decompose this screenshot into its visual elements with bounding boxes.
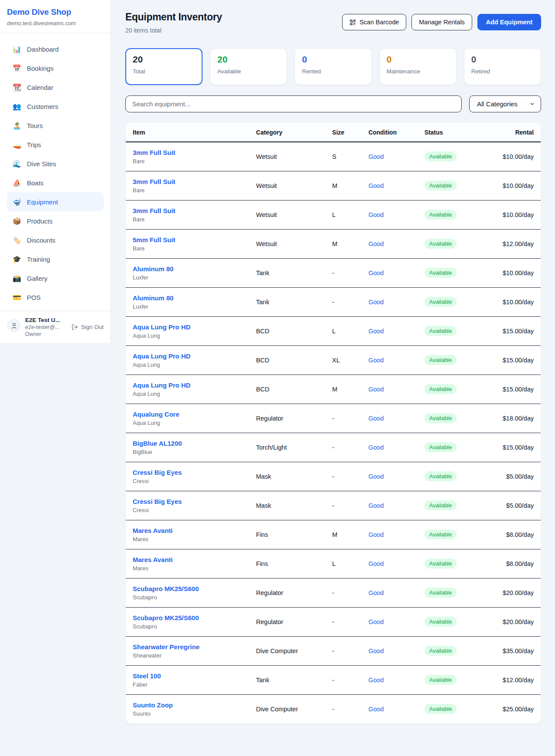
cell-status: Available — [418, 636, 496, 665]
cell-size: - — [325, 462, 362, 491]
sidebar: Demo Dive Shop demo.test.divestreams.com… — [0, 0, 111, 343]
cell-rental: $15.00/day — [496, 375, 541, 404]
item-brand: Bare — [133, 216, 242, 223]
condition-link[interactable]: Good — [369, 618, 384, 625]
item-link[interactable]: 3mm Full Suit — [133, 207, 242, 214]
condition-link[interactable]: Good — [369, 357, 384, 364]
cell-status: Available — [418, 549, 496, 578]
sidebar-item-dashboard[interactable]: 📊Dashboard — [7, 39, 104, 59]
cell-condition: Good — [362, 491, 418, 520]
cell-item: Aqua Lung Pro HDAqua Lung — [126, 316, 249, 345]
item-link[interactable]: Aqua Lung Pro HD — [133, 352, 242, 360]
search-input[interactable] — [125, 95, 462, 112]
item-link[interactable]: Aluminum 80 — [133, 265, 242, 273]
table-row: Scubapro MK25/S600ScubaproRegulator-Good… — [126, 607, 541, 636]
condition-link[interactable]: Good — [369, 240, 384, 247]
cell-item: Cressi Big EyesCressi — [126, 491, 249, 520]
sidebar-item-label: Training — [27, 256, 50, 263]
brand-name[interactable]: Demo Dive Shop — [7, 7, 104, 17]
condition-link[interactable]: Good — [369, 299, 384, 306]
item-link[interactable]: Steel 100 — [133, 672, 242, 680]
item-link[interactable]: Aqualung Core — [133, 411, 242, 418]
sidebar-item-dive-sites[interactable]: 🌊Dive Sites — [7, 154, 104, 173]
manage-rentals-button[interactable]: Manage Rentals — [411, 14, 472, 30]
item-link[interactable]: Aqua Lung Pro HD — [133, 323, 242, 331]
stat-card-rented[interactable]: 0Rented — [294, 48, 372, 85]
condition-link[interactable]: Good — [369, 531, 384, 538]
equipment-table: Item Category Size Condition Status Rent… — [126, 123, 541, 723]
cell-status: Available — [418, 578, 496, 607]
sign-out-button[interactable]: Sign Out — [72, 324, 104, 330]
table-row: Aqua Lung Pro HDAqua LungBCDLGoodAvailab… — [126, 316, 541, 345]
user-name: E2E Test U... — [25, 317, 60, 323]
stat-card-available[interactable]: 20Available — [210, 48, 287, 85]
item-link[interactable]: 3mm Full Suit — [133, 149, 242, 156]
stat-card-maintenance[interactable]: 0Maintenance — [379, 48, 457, 85]
cell-condition: Good — [362, 171, 418, 200]
sidebar-item-bookings[interactable]: 📅Bookings — [7, 59, 104, 78]
sidebar-item-label: Equipment — [27, 198, 58, 206]
table-row: 3mm Full SuitBareWetsuitMGoodAvailable$1… — [126, 171, 541, 200]
item-link[interactable]: Cressi Big Eyes — [133, 498, 242, 505]
condition-link[interactable]: Good — [369, 328, 384, 335]
sidebar-item-products[interactable]: 📦Products — [7, 211, 104, 230]
sidebar-item-training[interactable]: 🎓Training — [7, 250, 104, 269]
sidebar-item-customers[interactable]: 👥Customers — [7, 97, 104, 116]
condition-link[interactable]: Good — [369, 153, 384, 160]
cell-category: Regulator — [249, 578, 326, 607]
cell-category: Regulator — [249, 404, 326, 433]
sidebar-item-equipment[interactable]: 🤿Equipment — [7, 192, 104, 211]
condition-link[interactable]: Good — [369, 415, 384, 422]
condition-link[interactable]: Good — [369, 182, 384, 189]
table-row: Mares AvantiMaresFinsMGoodAvailable$8.00… — [126, 520, 541, 549]
category-select[interactable]: All Categories — [469, 95, 541, 112]
cell-size: - — [325, 258, 362, 287]
status-badge: Available — [424, 355, 457, 365]
sidebar-item-label: Tours — [27, 122, 43, 129]
condition-link[interactable]: Good — [369, 589, 384, 596]
item-link[interactable]: Mares Avanti — [133, 556, 242, 563]
add-equipment-button[interactable]: Add Equipment — [477, 14, 541, 30]
scan-barcode-button[interactable]: Scan Barcode — [342, 14, 406, 30]
condition-link[interactable]: Good — [369, 648, 384, 654]
condition-link[interactable]: Good — [369, 270, 384, 276]
cell-category: Tank — [249, 287, 326, 316]
condition-link[interactable]: Good — [369, 560, 384, 567]
item-link[interactable]: Suunto Zoop — [133, 701, 242, 709]
item-link[interactable]: Shearwater Peregrine — [133, 643, 242, 651]
stat-card-total[interactable]: 20Total — [125, 48, 202, 85]
status-badge: Available — [424, 588, 457, 598]
table-header: Item Category Size Condition Status Rent… — [126, 123, 541, 142]
item-link[interactable]: Scubapro MK25/S600 — [133, 614, 242, 621]
sidebar-item-discounts[interactable]: 🏷️Discounts — [7, 230, 104, 250]
cell-condition: Good — [362, 287, 418, 316]
condition-link[interactable]: Good — [369, 677, 384, 684]
sidebar-item-gallery[interactable]: 📸Gallery — [7, 269, 104, 288]
item-link[interactable]: 5mm Full Suit — [133, 236, 242, 243]
status-badge: Available — [424, 675, 457, 685]
condition-link[interactable]: Good — [369, 473, 384, 480]
item-link[interactable]: Mares Avanti — [133, 527, 242, 534]
stat-card-retired[interactable]: 0Retired — [464, 48, 541, 85]
sidebar-item-pos[interactable]: 💳POS — [7, 288, 104, 307]
condition-link[interactable]: Good — [369, 211, 384, 218]
cell-category: BCD — [249, 345, 326, 375]
sidebar-item-calendar[interactable]: 📆Calendar — [7, 78, 104, 97]
item-link[interactable]: Aqua Lung Pro HD — [133, 381, 242, 389]
cell-size: L — [325, 549, 362, 578]
item-link[interactable]: Scubapro MK25/S600 — [133, 585, 242, 592]
condition-link[interactable]: Good — [369, 444, 384, 451]
condition-link[interactable]: Good — [369, 706, 384, 713]
cell-item: Aqua Lung Pro HDAqua Lung — [126, 375, 249, 404]
condition-link[interactable]: Good — [369, 502, 384, 509]
item-link[interactable]: BigBlue AL1200 — [133, 440, 242, 447]
item-link[interactable]: 3mm Full Suit — [133, 178, 242, 185]
item-link[interactable]: Cressi Big Eyes — [133, 469, 242, 476]
item-brand: Mares — [133, 536, 242, 542]
sidebar-item-tours[interactable]: 🏝️Tours — [7, 116, 104, 135]
condition-link[interactable]: Good — [369, 386, 384, 393]
item-link[interactable]: Aluminum 80 — [133, 294, 242, 302]
sidebar-item-trips[interactable]: 🚤Trips — [7, 135, 104, 154]
sidebar-item-boats[interactable]: ⛵Boats — [7, 173, 104, 192]
item-brand: Cressi — [133, 507, 242, 513]
